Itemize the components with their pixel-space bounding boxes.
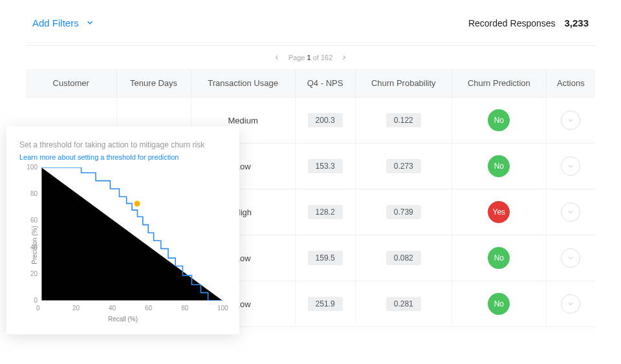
col-transaction-usage[interactable]: Transaction Usage: [191, 69, 295, 98]
cell-pred: Yes: [452, 189, 546, 235]
prediction-badge: Yes: [488, 201, 510, 223]
xtick: 40: [109, 305, 116, 312]
recorded-count: 3,233: [564, 17, 589, 28]
xtick: 0: [36, 305, 40, 312]
nps-pill: 200.3: [308, 113, 343, 127]
learn-more-link[interactable]: Learn more about setting a threshold for…: [19, 153, 179, 161]
chart-area: Precision (%) Recall (%) 020406080100020…: [19, 167, 226, 323]
ytick: 100: [22, 164, 38, 171]
cell-pred: No: [452, 98, 546, 144]
chart-subtitle: Set a threshold for taking action to mit…: [19, 140, 226, 149]
chevron-right-icon[interactable]: [340, 54, 348, 61]
add-filters-label: Add Filters: [32, 17, 79, 28]
prob-pill: 0.739: [386, 205, 421, 219]
prob-pill: 0.122: [386, 113, 421, 127]
prediction-badge: No: [488, 155, 510, 177]
cell-pred: No: [452, 144, 546, 189]
row-action-button[interactable]: [561, 248, 580, 268]
nps-pill: 153.3: [308, 159, 343, 173]
cell-prob: 0.739: [355, 189, 452, 235]
row-action-button[interactable]: [561, 111, 580, 130]
chevron-down-icon: [567, 162, 574, 170]
prediction-badge: No: [488, 293, 510, 315]
chevron-down-icon: [567, 208, 574, 216]
recorded-responses: Recorded Responses 3,233: [468, 17, 589, 28]
cell-nps: 128.2: [295, 189, 355, 235]
col-q4-nps[interactable]: Q4 - NPS: [295, 69, 355, 98]
cell-prob: 0.281: [355, 281, 452, 327]
col-tenure-days[interactable]: Tenure Days: [116, 69, 191, 98]
cell-actions: [546, 144, 595, 189]
chevron-down-icon: [85, 18, 94, 27]
xtick: 80: [181, 305, 188, 312]
chevron-down-icon: [567, 254, 574, 262]
pager: Page 1 of 162: [26, 46, 595, 69]
chevron-down-icon: [567, 116, 574, 124]
prob-pill: 0.082: [386, 251, 421, 265]
col-churn-prediction[interactable]: Churn Prediction: [452, 69, 546, 98]
nps-pill: 251.9: [308, 297, 343, 311]
row-action-button[interactable]: [561, 294, 580, 314]
cell-prob: 0.082: [355, 235, 452, 281]
cell-actions: [546, 281, 595, 327]
threshold-marker[interactable]: [135, 200, 140, 206]
prob-pill: 0.281: [386, 297, 421, 311]
prob-pill: 0.273: [386, 159, 421, 173]
prediction-badge: No: [488, 109, 510, 131]
col-actions[interactable]: Actions: [546, 69, 595, 98]
xtick: 60: [145, 305, 152, 312]
chart-xlabel: Recall (%): [108, 316, 138, 323]
threshold-chart-card: Set a threshold for taking action to mit…: [6, 126, 239, 334]
row-action-button[interactable]: [561, 202, 580, 222]
cell-nps: 200.3: [295, 98, 355, 144]
cell-actions: [546, 235, 595, 281]
add-filters-button[interactable]: Add Filters: [32, 17, 94, 28]
xtick: 100: [217, 305, 228, 312]
chevron-left-icon[interactable]: [273, 54, 281, 61]
nps-pill: 128.2: [308, 205, 343, 219]
chevron-down-icon: [567, 300, 574, 308]
chart-plot[interactable]: 020406080100020406080100: [41, 167, 223, 301]
cell-nps: 153.3: [295, 144, 355, 189]
recorded-label: Recorded Responses: [468, 18, 556, 28]
nps-pill: 159.5: [308, 251, 343, 265]
cell-nps: 251.9: [295, 281, 355, 327]
cell-nps: 159.5: [295, 235, 355, 281]
cell-pred: No: [452, 235, 546, 281]
cell-prob: 0.122: [355, 98, 452, 144]
cell-pred: No: [452, 281, 546, 327]
row-action-button[interactable]: [561, 156, 580, 176]
col-customer[interactable]: Customer: [26, 69, 116, 98]
ytick: 0: [22, 297, 38, 304]
xtick: 20: [72, 305, 80, 312]
cell-prob: 0.273: [355, 144, 452, 189]
prediction-badge: No: [488, 247, 510, 269]
cell-actions: [546, 189, 595, 235]
col-churn-probability[interactable]: Churn Probability: [355, 69, 452, 98]
ytick: 80: [22, 190, 38, 197]
cell-actions: [546, 98, 595, 144]
ytick: 60: [22, 217, 38, 224]
pager-text: Page 1 of 162: [289, 54, 333, 61]
ytick: 20: [22, 270, 38, 277]
ytick: 40: [22, 244, 38, 251]
